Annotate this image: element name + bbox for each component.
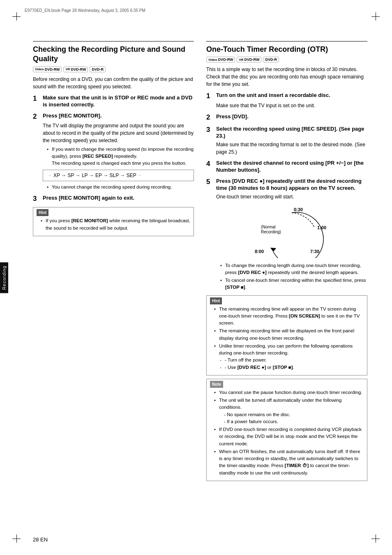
right-step-title-4: Select the desired channel to record usi… (216, 160, 367, 174)
crosshair-br (371, 534, 380, 543)
right-note-bullet-3: If DVD one-touch timer recording is comp… (214, 426, 364, 447)
file-metadata: E9770ED_EN.book Page 28 Wednesday, Augus… (25, 8, 367, 13)
left-step-3: 3 Press [REC MONITOR] again to exit. (33, 195, 194, 203)
left-step-2: 2 Press [REC MONITOR]. The TV will displ… (33, 113, 194, 191)
diagram-label-7-30: 7:30 (310, 249, 319, 254)
left-section-title: Checking the Recording Picture and Sound… (33, 45, 194, 64)
right-badge-vr-dvdrw: VR DVD-RW (237, 57, 261, 62)
badge-video-dvdrw: Video DVD-RW (33, 67, 62, 72)
right-note-bullet-2: The unit will be turned off automaticall… (214, 397, 364, 425)
main-content: Checking the Recording Picture and Sound… (33, 41, 367, 484)
right-hint-box: Hint The remaining recording time will a… (206, 295, 367, 375)
left-intro: Before recording on a DVD, you can confi… (33, 76, 194, 90)
right-intro: This is a simple way to set the recordin… (206, 66, 367, 88)
left-hint-bullets: If you press [REC MONITOR] while receivi… (41, 217, 190, 232)
left-hint-box: Hint If you press [REC MONITOR] while re… (33, 207, 194, 236)
otr-diagram: 0:30 1:00 7:30 8:00 (Normal Recording) (216, 205, 367, 258)
badge-dvdr: DVD-R (90, 67, 106, 72)
diagram-label-0-30: 0:30 (294, 207, 303, 212)
step-2-bullet-1: If you want to change the recording spee… (47, 146, 194, 167)
right-hint-label: Hint (210, 297, 222, 304)
crosshair-bl (12, 534, 21, 543)
left-badge-row: Video DVD-RW VR DVD-RW DVD-R (33, 67, 194, 72)
step-2-bullets: If you want to change the recording spee… (47, 146, 194, 167)
crosshair-tl (12, 12, 21, 21)
step-title-2: Press [REC MONITOR]. (43, 113, 102, 121)
step-title-1: Make sure that the unit is in STOP or RE… (43, 94, 194, 108)
right-column: One-Touch Timer Recording (OTR) Video DV… (206, 41, 367, 484)
page-number: 28 EN (33, 537, 48, 543)
right-section-title: One-Touch Timer Recording (OTR) (206, 45, 367, 54)
right-divider-top (206, 41, 367, 41)
right-step-num-5: 5 (206, 178, 214, 192)
right-note-bullets: You cannot use the pause function during… (214, 389, 364, 477)
sequence-box: → XP → SP → LP → EP → SLP → SEP ← (43, 170, 194, 181)
diagram-label-1-00: 1:00 (317, 225, 326, 230)
right-step-4: 4 Select the desired channel to record u… (206, 160, 367, 174)
step-5-bullet-1: To change the recording length during on… (220, 262, 367, 276)
right-note-label: Note (210, 381, 223, 388)
right-hint-bullet-2: The remaining recording time will be dis… (214, 327, 364, 342)
step-5-bullet-2: To cancel one-touch timer recording with… (220, 277, 367, 291)
right-step-1: 1 Turn on the unit and insert a recordab… (206, 92, 367, 109)
page-container: E9770ED_EN.book Page 28 Wednesday, Augus… (0, 0, 392, 555)
left-hint-bullet-1: If you press [REC MONITOR] while receivi… (41, 217, 190, 232)
right-step-2: 2 Press [DVD]. (206, 113, 367, 122)
right-hint-bullet-1: The remaining recording time will appear… (214, 306, 364, 327)
sequence-label: XP → SP → LP → EP → SLP → SEP (53, 172, 136, 179)
step-title-3: Press [REC MONITOR] again to exit. (43, 195, 134, 203)
left-hint-label: Hint (37, 209, 48, 216)
step-2-sub-bullets: You cannot change the recording speed du… (47, 184, 194, 191)
step-2-sub-bullet-1: You cannot change the recording speed du… (47, 184, 194, 191)
step-num-1: 1 (33, 94, 40, 108)
diagram-label-recording: Recording) (261, 230, 281, 234)
right-step-title-5: Press [DVD REC ●] repeatedly until the d… (216, 178, 367, 192)
right-badge-dvdr: DVD-R (263, 57, 279, 62)
left-column: Checking the Recording Picture and Sound… (33, 41, 194, 484)
right-step-3: 3 Select the recording speed using [REC … (206, 126, 367, 156)
crosshair-tr (371, 12, 380, 21)
diagram-label-8-00: 8:00 (255, 249, 264, 254)
right-hint-bullets: The remaining recording time will appear… (214, 306, 364, 371)
two-column-layout: Checking the Recording Picture and Sound… (33, 41, 367, 484)
diagram-label-normal: (Normal (261, 225, 276, 229)
left-step-1: 1 Make sure that the unit is in STOP or … (33, 94, 194, 108)
otr-diagram-svg: 0:30 1:00 7:30 8:00 (Normal Recording) (251, 205, 333, 258)
right-note-bullet-4: When an OTR finishes, the unit automatic… (214, 448, 364, 477)
right-badge-video-dvdrw: Video DVD-RW (206, 57, 235, 62)
right-step-3-body: Make sure that the recording format is s… (216, 141, 367, 156)
right-step-title-3: Select the recording speed using [REC SP… (216, 126, 367, 140)
right-step-1-body: Make sure that the TV input is set on th… (216, 102, 367, 109)
badge-vr-dvdrw: VR DVD-RW (63, 67, 88, 72)
right-step-num-2: 2 (206, 113, 214, 122)
right-step-5: 5 Press [DVD REC ●] repeatedly until the… (206, 178, 367, 291)
right-badge-row: Video DVD-RW VR DVD-RW DVD-R (206, 57, 367, 62)
right-hint-bullet-3: Unlike timer recording, you can perform … (214, 343, 364, 371)
right-step-num-1: 1 (206, 92, 214, 100)
right-note-bullet-1: You cannot use the pause function during… (214, 389, 364, 396)
step-num-2: 2 (33, 113, 40, 121)
right-step-num-3: 3 (206, 126, 214, 140)
step-num-3: 3 (33, 195, 40, 203)
side-tab-recording: Recording (0, 262, 8, 293)
left-divider-top (33, 41, 194, 41)
step-2-body: The TV will display the programme and ou… (43, 122, 194, 144)
right-step-5-body: One-touch timer recording will start. (216, 193, 367, 200)
right-step-title-1: Turn on the unit and insert a recordable… (216, 92, 330, 100)
right-step-title-2: Press [DVD]. (216, 113, 249, 122)
right-step-5-bullets: To change the recording length during on… (220, 262, 367, 291)
right-note-box: Note You cannot use the pause function d… (206, 379, 367, 481)
svg-marker-0 (270, 248, 276, 252)
right-step-num-4: 4 (206, 160, 214, 174)
